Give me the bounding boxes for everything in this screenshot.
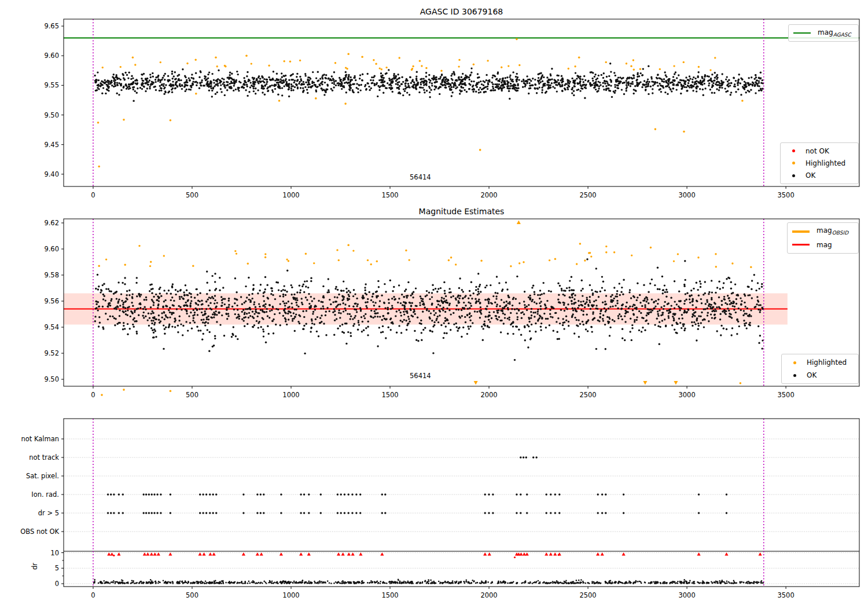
plot-canvas: 05001000150020002500300035009.409.459.50… [0,0,868,608]
clipped-high-marker [242,552,245,556]
x-tick-label: 500 [186,591,198,599]
x-tick-label: 3000 [678,391,695,399]
panel2-annotation: 56414 [410,372,431,380]
panel1-annotation: 56414 [410,173,431,181]
x-tick-label: 3000 [678,591,695,599]
legend-row: not OK [785,145,854,157]
panel3-series-dr-not-ok [107,552,762,558]
x-tick-label: 1000 [282,191,299,199]
legend-panel2-lines: magOBSID mag [787,222,859,254]
panel3: not Kalmannot trackSat. pixel.Ion. rad.d… [20,419,859,599]
clipped-high-marker [697,552,701,556]
legend-panel2-markers: Highlighted OK [781,354,859,384]
x-tick-label: 0 [91,191,95,199]
dr-tick-label: 5 [55,564,59,572]
y-tick-label: 9.50 [44,111,59,119]
y-tick-label: 9.58 [44,271,59,279]
flag-row-label: Ion. rad. [31,490,59,499]
y-tick-label: 9.45 [44,141,59,149]
flag-row-label: dr > 5 [38,509,59,517]
clipped-high-marker [519,552,523,556]
legend-label: OK [807,371,816,379]
legend-label: OK [806,171,815,180]
clipped-high-marker [351,552,355,556]
clipped-high-marker [212,552,216,556]
x-tick-label: 500 [186,391,198,399]
legend-label: Highlighted [806,159,845,167]
clipped-low-marker [643,381,647,385]
y-tick-label: 9.60 [44,245,59,253]
clipped-low-marker [674,381,678,385]
flag-row-label: not Kalman [21,435,59,443]
axes-frame [64,19,859,186]
legend-row: magOBSID [792,225,854,237]
legend-label: not OK [806,147,829,155]
panel3-ylabel: dr [31,558,39,575]
x-tick-label: 1500 [381,591,398,599]
clipped-high-marker [153,552,157,556]
legend-label: magOBSID [816,226,848,236]
flag-row-label: OBS not OK [20,528,59,536]
y-tick-label: 9.52 [44,349,59,357]
panel3-series-dr [93,579,764,584]
legend-mag-agasc: magAGASC [788,24,859,42]
orange-dot-swatch [793,361,796,364]
clipped-high-marker [759,552,762,556]
legend-label: mag [816,241,832,249]
dr-tick-label: 10 [50,549,59,557]
black-dot-swatch [792,174,795,177]
clipped-high-marker [208,552,212,556]
x-tick-label: 3000 [678,191,695,199]
x-tick-label: 2000 [480,391,497,399]
legend-row: OK [786,369,854,382]
y-tick-label: 9.40 [44,170,59,178]
green-line-swatch [793,32,811,34]
x-tick-label: 1500 [381,191,398,199]
y-tick-label: 9.65 [44,22,59,30]
panel2: 05001000150020002500300035009.509.529.54… [44,219,859,399]
x-tick-label: 2500 [579,591,596,599]
x-tick-label: 3500 [777,391,794,399]
y-tick-label: 9.50 [44,375,59,383]
red-line-swatch [792,244,810,246]
panel2-title: Magnitude Estimates [64,207,859,216]
legend-label: Highlighted [807,358,847,367]
legend-row: mag [792,239,854,251]
clipped-high-marker [157,552,160,556]
clipped-high-marker [347,552,351,556]
y-tick-label: 9.56 [44,297,59,305]
clipped-high-marker [299,552,303,556]
clipped-high-marker [256,552,259,556]
x-tick-label: 3500 [777,191,794,199]
clipped-low-marker [474,381,478,385]
x-tick-label: 0 [91,591,95,599]
x-tick-label: 1000 [282,591,299,599]
figure: 05001000150020002500300035009.409.459.50… [0,0,868,608]
legend-panel1-markers: not OK Highlighted OK [780,142,859,184]
orange-dot-swatch [792,162,795,164]
x-tick-label: 3500 [777,591,794,599]
panel1-series-Highlighted [97,38,744,168]
clipped-high-marker [517,221,521,225]
panel1-title: AGASC ID 30679168 [64,7,859,16]
legend-row: Highlighted [786,357,854,369]
x-tick-label: 1500 [381,391,398,399]
y-tick-label: 9.55 [44,81,59,89]
x-tick-label: 2000 [480,591,497,599]
red-dot-swatch [792,149,795,152]
x-tick-label: 1000 [282,391,299,399]
x-tick-label: 500 [186,191,198,199]
x-tick-label: 2500 [579,191,596,199]
dr-tick-label: 0 [55,580,59,588]
legend-row: Highlighted [785,157,854,169]
y-tick-label: 9.60 [44,52,59,60]
legend-row: magAGASC [793,27,854,39]
panel1-series-OK [94,63,764,102]
panel1: 05001000150020002500300035009.409.459.50… [44,19,859,199]
x-tick-label: 2500 [579,391,596,399]
orange-line-swatch [792,230,810,233]
black-dot-swatch [793,374,796,377]
flag-row-label: not track [29,453,59,462]
legend-label: magAGASC [818,28,851,38]
clipped-high-marker [525,552,529,556]
